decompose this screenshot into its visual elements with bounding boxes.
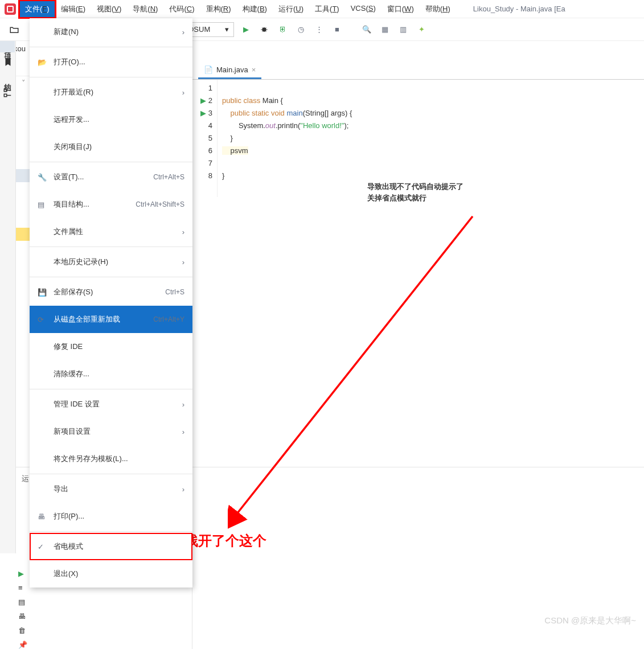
editor: 📄 Main.java × 1▶ 2▶ 345678 public class … [192,59,644,649]
wrench-icon: 🔧 [38,173,47,182]
chevron-right-icon: › [182,485,184,494]
layout1-icon[interactable]: ▦ [379,23,391,36]
menu-item[interactable]: 🖶打印(P)... [30,503,192,530]
folder-icon: 📂 [38,58,47,67]
layout-icon[interactable]: ▤ [18,598,27,606]
file-menu-dropdown: 新建(N)›📂打开(O)...打开最近(R)›远程开发...关闭项目(J)🔧设置… [30,18,192,588]
menubar: 文件(F)编辑(E)视图(V)导航(N)代码(C)重构(R)构建(B)运行(U)… [0,0,644,18]
print-icon: 🖶 [38,512,47,521]
menu-item[interactable]: ⟳从磁盘全部重新加载Ctrl+Alt+Y [30,306,192,333]
threads-icon[interactable]: ≡ [18,584,27,592]
code-area[interactable]: public class Main { public static void m… [218,80,356,197]
attach-icon[interactable]: ⋮ [313,23,325,36]
chevron-right-icon: › [182,228,184,236]
play-icon[interactable]: ▶ [240,23,252,36]
stop-icon[interactable]: ■ [331,23,343,36]
menu-item[interactable]: ▤项目结构...Ctrl+Alt+Shift+S [30,191,192,218]
structure-icon[interactable] [3,88,13,98]
menu-w[interactable]: 窗口(W) [382,1,420,18]
chevron-down-icon: ˅ [22,79,26,87]
menu-item[interactable]: 📂打开(O)... [30,48,192,76]
print-icon[interactable]: 🖶 [18,612,27,621]
ide-logo-icon [5,3,16,15]
search-icon[interactable]: 🔍 [360,23,373,36]
save-icon: 💾 [38,288,47,297]
menu-item[interactable]: 管理 IDE 设置› [30,391,192,418]
menu-item[interactable]: 💾全部保存(S)Ctrl+S [30,278,192,306]
pin-icon[interactable]: 📌 [18,640,27,649]
layout2-icon[interactable]: ▥ [397,23,409,36]
watermark: CSDN @原来是大华啊~ [544,615,636,626]
menu-item[interactable]: 新建(N)› [30,18,192,46]
menu-f[interactable]: 文件(F) [19,1,55,18]
menu-s[interactable]: VCS(S) [345,1,382,18]
sidebar-tab-project[interactable]: 项目 [0,41,15,52]
editor-tabs: 📄 Main.java × [192,59,644,80]
menu-v[interactable]: 视图(V) [91,1,127,18]
java-file-icon: 📄 [204,65,213,74]
bug-icon[interactable] [258,23,270,36]
coverage-icon[interactable]: ⛨ [276,23,289,36]
menu-item[interactable]: 修复 IDE [30,333,192,360]
bookmark-icon[interactable] [3,57,13,67]
menu-item[interactable]: 远程开发... [30,106,192,133]
puzzle-icon[interactable]: ✦ [415,23,428,36]
chevron-down-icon: ▾ [225,25,229,34]
menu-item[interactable]: 打开最近(R)› [30,79,192,106]
menu-item[interactable]: 关闭项目(J) [30,133,192,161]
menu-h[interactable]: 帮助(H) [420,1,456,18]
chevron-right-icon: › [182,428,184,436]
close-icon[interactable]: × [252,65,256,74]
menu-item[interactable]: 清除缓存... [30,360,192,388]
trash-icon[interactable]: 🗑 [18,626,27,635]
menu-c[interactable]: 代码(C) [163,1,200,18]
menu-u[interactable]: 运行(U) [273,1,309,18]
open-icon[interactable] [8,23,20,36]
menu-t[interactable]: 工具(T) [309,1,345,18]
menu-item[interactable]: 退出(X) [30,560,192,588]
run-gutter-icons: ▶ ≡ ▤ 🖶 🗑 📌 [18,569,27,649]
svg-rect-2 [4,94,7,97]
chevron-right-icon: › [182,400,184,409]
reload-icon: ⟳ [38,315,47,324]
chevron-right-icon: › [182,28,184,36]
menu-item[interactable]: 将文件另存为模板(L)... [30,445,192,473]
menu-item[interactable]: 导出› [30,475,192,503]
window-title: Likou_Study - Main.java [Ea [473,5,565,13]
sidebar-tab-structure[interactable]: 结构 [0,72,15,83]
left-rail: 项目 结构 [0,41,16,553]
struct-icon: ▤ [38,200,47,209]
annotation-text: 导致出现不了代码自动提示了 关掉省点模式就行 [367,181,463,203]
menu-item[interactable]: 新项目设置› [30,418,192,445]
menu-item[interactable]: 🔧设置(T)...Ctrl+Alt+S [30,163,192,191]
chevron-right-icon: › [182,258,184,266]
editor-tab[interactable]: 📄 Main.java × [198,62,261,79]
check-icon: ✓ [38,543,47,551]
menu-n[interactable]: 导航(N) [127,1,163,18]
menu-item[interactable]: 本地历史记录(H)› [30,248,192,276]
play-icon[interactable]: ▶ [18,569,27,578]
menu-b[interactable]: 构建(B) [237,1,273,18]
chevron-right-icon: › [182,88,184,97]
gutter: 1▶ 2▶ 345678 [192,80,218,197]
menu-e[interactable]: 编辑(E) [55,1,91,18]
menu-item[interactable]: 文件属性› [30,218,192,245]
menu-item[interactable]: ✓省电模式 [30,533,192,560]
svg-rect-1 [4,89,7,92]
menu-r[interactable]: 重构(R) [200,1,237,18]
profile-icon[interactable]: ◷ [294,23,307,36]
